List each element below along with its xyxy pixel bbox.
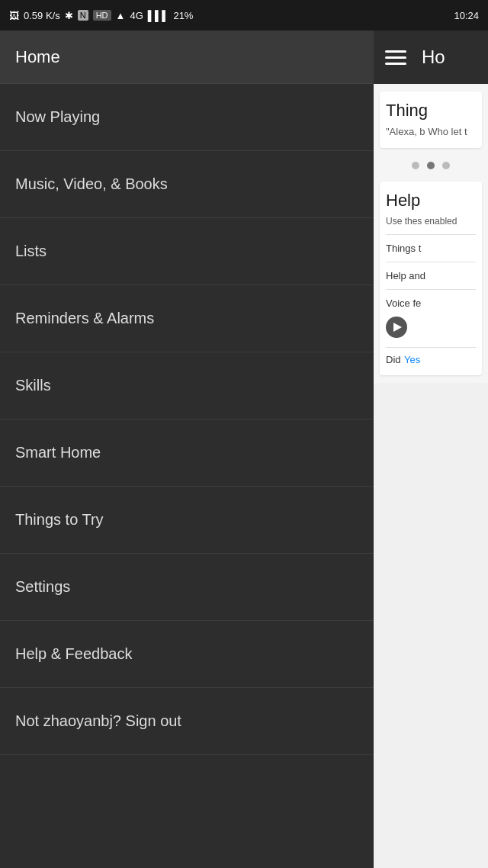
divider-4 xyxy=(386,347,476,348)
navigation-drawer: Home Now Playing Music, Video, & Books L… xyxy=(0,31,374,868)
divider-1 xyxy=(386,234,476,235)
sidebar-item-things-to-try[interactable]: Things to Try xyxy=(0,487,374,554)
status-bar: 🖼 0.59 K/s ✱ N HD ▲ 4G ▌▌▌ 21% 10:24 xyxy=(0,0,488,31)
help-and-link[interactable]: Help and xyxy=(386,267,476,285)
drawer-home-title: Home xyxy=(15,47,60,67)
battery-level: 21% xyxy=(173,10,193,21)
dot-3 xyxy=(442,162,450,169)
hamburger-line-3 xyxy=(385,63,406,65)
things-link[interactable]: Things t xyxy=(386,240,476,257)
right-panel-content: Thing "Alexa, b Who let t Help Use thes … xyxy=(374,84,488,383)
things-card-title: Thing xyxy=(386,101,476,121)
voice-feedback-link[interactable]: Voice fe xyxy=(386,294,476,312)
hamburger-menu-button[interactable] xyxy=(385,50,406,65)
clock: 10:24 xyxy=(454,10,479,21)
divider-3 xyxy=(386,289,476,290)
drawer-menu: Now Playing Music, Video, & Books Lists … xyxy=(0,84,374,868)
things-card: Thing "Alexa, b Who let t xyxy=(380,92,482,148)
dot-1 xyxy=(412,162,419,169)
sidebar-item-now-playing[interactable]: Now Playing xyxy=(0,84,374,151)
sidebar-item-settings[interactable]: Settings xyxy=(0,554,374,621)
status-bar-right: 10:24 xyxy=(454,10,479,21)
drawer-header: Home xyxy=(0,31,374,84)
carousel-dots xyxy=(380,156,482,175)
network-type: 4G xyxy=(130,10,143,21)
status-bar-left: 🖼 0.59 K/s ✱ N HD ▲ 4G ▌▌▌ 21% xyxy=(9,10,193,21)
sidebar-item-lists[interactable]: Lists xyxy=(0,218,374,285)
things-card-subtitle: "Alexa, b Who let t xyxy=(386,125,476,139)
nfc-icon: N xyxy=(78,10,88,21)
hd-badge: HD xyxy=(93,10,111,21)
help-card-description: Use thes enabled xyxy=(386,215,476,228)
play-icon xyxy=(393,323,402,332)
dot-2 xyxy=(427,162,435,169)
divider-2 xyxy=(386,262,476,262)
signal-icon: ▌▌▌ xyxy=(148,10,169,21)
yes-label[interactable]: Yes xyxy=(404,354,420,365)
sidebar-item-music-video-books[interactable]: Music, Video, & Books xyxy=(0,151,374,218)
play-button[interactable] xyxy=(386,317,407,338)
hamburger-line-1 xyxy=(385,50,406,53)
sidebar-item-skills[interactable]: Skills xyxy=(0,352,374,420)
sidebar-item-help-feedback[interactable]: Help & Feedback xyxy=(0,621,374,688)
network-speed: 0.59 K/s xyxy=(24,10,60,21)
help-card: Help Use thes enabled Things t Help and … xyxy=(380,182,482,375)
right-panel-header: Ho xyxy=(374,31,488,84)
bluetooth-icon: ✱ xyxy=(65,10,73,21)
right-panel-title: Ho xyxy=(422,47,445,68)
sidebar-item-smart-home[interactable]: Smart Home xyxy=(0,420,374,487)
voice-row xyxy=(386,312,476,342)
hamburger-line-2 xyxy=(385,56,406,59)
sidebar-item-sign-out[interactable]: Not zhaoyanbj? Sign out xyxy=(0,688,374,755)
did-label: Did xyxy=(386,354,401,365)
sidebar-item-reminders-alarms[interactable]: Reminders & Alarms xyxy=(0,285,374,352)
gallery-icon: 🖼 xyxy=(9,10,19,21)
help-card-title: Help xyxy=(386,191,476,211)
main-layout: Home Now Playing Music, Video, & Books L… xyxy=(0,31,488,868)
wifi-icon: ▲ xyxy=(116,10,126,21)
right-panel: Ho Thing "Alexa, b Who let t Help Use th… xyxy=(374,31,488,868)
